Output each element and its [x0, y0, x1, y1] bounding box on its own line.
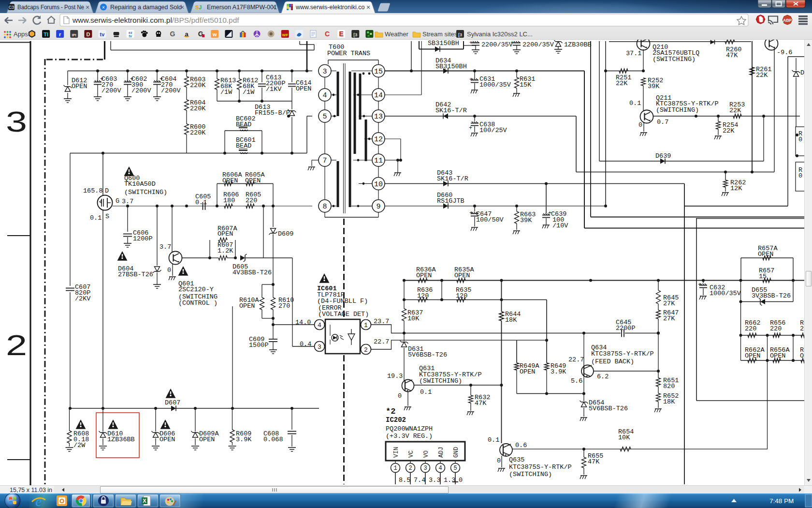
svg-text:0: 0 — [398, 392, 402, 400]
svg-text:1: 1 — [393, 465, 397, 472]
svg-text:Q635: Q635 — [509, 456, 524, 463]
svg-text:D639: D639 — [655, 152, 671, 160]
svg-text:15,75 x 11.03 in: 15,75 x 11.03 in — [10, 487, 52, 493]
svg-text:TI: TI — [44, 31, 48, 37]
svg-text:tv: tv — [129, 34, 132, 38]
svg-text:(SWITCHING): (SWITCHING) — [656, 106, 699, 114]
svg-text:SK16-T/R: SK16-T/R — [435, 107, 467, 114]
svg-text:2: 2 — [364, 346, 368, 354]
svg-text:0: 0 — [497, 457, 501, 464]
svg-text:SK16-T/R: SK16-T/R — [437, 175, 468, 182]
svg-text:2200/35V: 2200/35V — [481, 41, 513, 48]
svg-text:18K: 18K — [505, 316, 517, 324]
svg-text:KTC3875S-Y-RTK/P: KTC3875S-Y-RTK/P — [509, 463, 572, 471]
svg-text:2200/35V: 2200/35V — [522, 41, 554, 48]
svg-text:0.1: 0.1 — [629, 100, 641, 107]
svg-text:Weather: Weather — [385, 30, 409, 38]
svg-text:Sylvania Ic320ss2 LC...: Sylvania Ic320ss2 LC... — [467, 30, 533, 38]
svg-text:OPEN: OPEN — [239, 302, 255, 310]
svg-text:14: 14 — [374, 91, 383, 100]
svg-text:15K: 15K — [520, 81, 532, 89]
svg-text:0: 0 — [798, 136, 802, 143]
svg-text:5.6: 5.6 — [571, 377, 582, 385]
svg-text:7:48 PM: 7:48 PM — [769, 497, 794, 505]
svg-text:2: 2 — [6, 329, 27, 361]
svg-text:6.2: 6.2 — [597, 373, 609, 380]
svg-text:0.1: 0.1 — [420, 388, 432, 396]
svg-text:22.7: 22.7 — [374, 338, 389, 345]
svg-text:47K: 47K — [726, 52, 738, 59]
svg-text:(VOLTAGE DET): (VOLTAGE DET) — [318, 311, 369, 318]
svg-text:ez: ez — [129, 31, 132, 34]
svg-text:23.7: 23.7 — [374, 318, 389, 325]
svg-text:37.1: 37.1 — [626, 50, 641, 57]
svg-text:-9.6: -9.6 — [777, 49, 792, 56]
svg-text:0: 0 — [798, 172, 802, 179]
svg-text:r: r — [59, 31, 61, 37]
svg-text:TK10A50D: TK10A50D — [124, 180, 156, 188]
svg-text:+: + — [469, 40, 473, 46]
svg-text:3.7: 3.7 — [122, 198, 133, 205]
svg-text:+: + — [469, 76, 473, 83]
svg-text:/1KV: /1KV — [266, 86, 282, 93]
svg-text:IPt: IPt — [72, 33, 77, 37]
svg-text:E: E — [339, 30, 344, 38]
svg-text:(D4-FUNBLL F): (D4-FUNBLL F) — [317, 298, 368, 305]
svg-text:ADJ: ADJ — [438, 447, 445, 458]
svg-text:100/25V: 100/25V — [479, 127, 508, 134]
svg-text:39K: 39K — [648, 83, 660, 90]
svg-text:3: 3 — [423, 465, 427, 472]
svg-text:220: 220 — [745, 325, 756, 332]
svg-text:OPEN: OPEN — [160, 436, 175, 443]
svg-text:G: G — [170, 30, 175, 38]
svg-text:3: 3 — [6, 105, 27, 138]
svg-text:0.068: 0.068 — [263, 436, 283, 443]
svg-text:3.9K: 3.9K — [236, 436, 252, 443]
svg-text:7.4: 7.4 — [414, 477, 425, 484]
svg-text:220K: 220K — [190, 105, 206, 112]
svg-text:22K: 22K — [616, 80, 628, 87]
svg-text:OPEN: OPEN — [72, 83, 87, 90]
svg-text:(CONTROL ): (CONTROL ) — [178, 299, 218, 307]
svg-text:0.6: 0.6 — [515, 442, 527, 449]
svg-text:4V3BSB-T26: 4V3BSB-T26 — [232, 269, 272, 276]
svg-text:Stream sites: Stream sites — [422, 30, 458, 38]
svg-text:GND: GND — [453, 447, 460, 458]
svg-text:47K: 47K — [475, 400, 487, 407]
svg-text:Apps: Apps — [14, 30, 28, 38]
svg-text:2SC2120-Y: 2SC2120-Y — [178, 286, 214, 293]
svg-text:4: 4 — [438, 465, 442, 472]
svg-text:0.1: 0.1 — [488, 436, 499, 444]
svg-text:/2W: /2W — [73, 442, 86, 449]
svg-text:9: 9 — [376, 203, 380, 211]
svg-text:(SWITCHING): (SWITCHING) — [419, 377, 462, 385]
svg-text:(SWITCHING): (SWITCHING) — [652, 56, 696, 63]
svg-text:/200V: /200V — [131, 87, 151, 94]
svg-text:VC: VC — [408, 450, 415, 458]
svg-text:PQ200WNA1ZPH: PQ200WNA1ZPH — [386, 425, 433, 433]
svg-text:OPEN: OPEN — [770, 352, 785, 359]
svg-text:1.3: 1.3 — [444, 477, 455, 484]
svg-text:D: D — [105, 187, 109, 194]
svg-text:D609: D609 — [278, 230, 293, 238]
svg-text:7: 7 — [322, 157, 327, 165]
svg-text:120: 120 — [456, 292, 467, 299]
svg-text:3: 3 — [322, 68, 327, 76]
svg-text:/2KV: /2KV — [75, 295, 91, 302]
svg-text:12: 12 — [374, 135, 383, 144]
svg-text:tv: tv — [100, 31, 105, 37]
svg-text:KTC3875S-Y-RTK/P: KTC3875S-Y-RTK/P — [591, 350, 654, 358]
svg-text:13: 13 — [374, 113, 383, 121]
svg-text:5: 5 — [453, 465, 457, 472]
svg-text:OPEN: OPEN — [245, 177, 261, 184]
svg-text:4: 4 — [322, 91, 327, 100]
svg-text:OPEN: OPEN — [218, 230, 233, 238]
svg-text:10: 10 — [374, 180, 383, 189]
svg-text:27K: 27K — [663, 315, 675, 322]
svg-text:D: D — [800, 69, 804, 76]
svg-text:270: 270 — [278, 302, 290, 310]
svg-text:WF: WF — [282, 33, 289, 37]
svg-text:19.3: 19.3 — [387, 373, 403, 380]
svg-text:0: 0 — [638, 121, 642, 129]
svg-text:OPEN: OPEN — [416, 272, 432, 279]
